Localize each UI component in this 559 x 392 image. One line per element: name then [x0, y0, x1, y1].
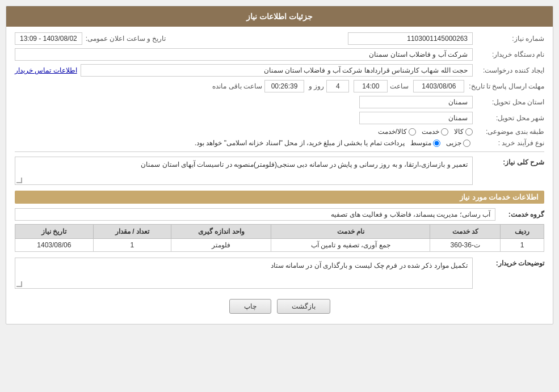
province-label: استان محل تحویل: — [476, 98, 544, 106]
group-service-value: آب رسانی؛ مدیریت پسماند، فاضلاب و فعالیت… — [15, 208, 495, 221]
buyer-value: شرکت آب و فاضلاب استان سمنان — [15, 48, 473, 61]
col-date: تاریخ نیاز — [15, 225, 94, 239]
services-section-title: اطلاعات خدمات مورد نیاز — [15, 191, 544, 204]
creator-contact-link[interactable]: اطلاعات تماس خریدار — [15, 66, 77, 74]
category-kala-khedmat-item: کالا/خدمت — [378, 128, 416, 136]
category-khedmat-label: خدمت — [422, 128, 439, 136]
city-value: سمنان — [359, 112, 473, 124]
col-quantity: تعداد / مقدار — [93, 225, 171, 239]
proc-mottavaset-item: متوسط — [410, 139, 440, 147]
announce-date-value: 1403/08/02 - 13:09 — [15, 32, 82, 45]
col-service-code: کد خدمت — [430, 225, 501, 239]
category-kala-khedmat-radio[interactable] — [409, 128, 416, 136]
buyer-label: نام دستگاه خریدار: — [476, 50, 544, 58]
proc-jozyi-label: جزیی — [446, 139, 461, 147]
category-kala-label: کالا — [454, 128, 464, 136]
need-number-value: 1103001145000263 — [348, 32, 473, 45]
proc-mottavaset-radio[interactable] — [433, 140, 440, 147]
creator-label: ایجاد کننده درخواست: — [476, 66, 544, 74]
proc-note-text: پرداخت تمام یا بخشی از مبلغ خرید، از محل… — [195, 139, 405, 147]
category-kala-radio[interactable] — [465, 128, 473, 136]
col-service-name: نام خدمت — [271, 225, 430, 239]
divider-1 — [15, 151, 544, 152]
cell-date: 1403/08/06 — [15, 239, 94, 252]
cell-service_name: جمع آوری، تصفیه و تامین آب — [271, 239, 430, 252]
send-remain-label: ساعت باقی مانده — [212, 82, 262, 90]
category-kala-khedmat-label: کالا/خدمت — [378, 128, 407, 136]
cell-row_num: 1 — [501, 239, 544, 252]
send-date-label: مهلت ارسال پاسخ تا تاریخ: — [469, 82, 544, 90]
page-title: جزئیات اطلاعات نیاز — [6, 6, 553, 27]
service-table: ردیف کد خدمت نام خدمت واحد اندازه گیری ت… — [15, 224, 544, 252]
cell-quantity: 1 — [93, 239, 171, 252]
send-remain-value: 00:26:39 — [264, 80, 304, 92]
proc-jozyi-radio[interactable] — [463, 140, 470, 147]
table-row: 1ت-36-360جمع آوری، تصفیه و تامین آبفلومت… — [15, 239, 544, 252]
send-time-value: 14:00 — [354, 80, 388, 92]
send-date-value: 1403/08/06 — [413, 80, 464, 92]
announce-date-label: تاریخ و ساعت اعلان عمومی: — [86, 35, 166, 43]
col-unit: واحد اندازه گیری — [171, 225, 271, 239]
print-button[interactable]: چاپ — [229, 299, 271, 314]
group-service-label: گروه خدمت: — [499, 210, 544, 218]
buttons-row: بازگشت چاپ — [15, 292, 544, 318]
proc-mottavaset-label: متوسط — [410, 139, 431, 147]
need-number-label: شماره نیاز: — [476, 35, 544, 43]
proc-type-label: نوع فرآیند خرید : — [476, 139, 544, 147]
city-label: شهر محل تحویل: — [476, 114, 544, 122]
buyer-desc-text: تکمیل موارد ذکر شده در فرم چک لیست و بار… — [271, 262, 468, 269]
category-khedmat-radio[interactable] — [441, 128, 448, 136]
category-label: طبقه بندی موضوعی: — [476, 128, 544, 136]
send-days-label: روز و — [309, 82, 324, 90]
send-days-value: 4 — [326, 80, 349, 92]
province-value: سمنان — [359, 96, 473, 108]
buyer-desc-label: توضیحات خریدار: — [476, 258, 544, 267]
cell-unit: فلومتر — [171, 239, 271, 252]
cell-service_code: ت-36-360 — [430, 239, 501, 252]
category-khedmat-item: خدمت — [422, 128, 448, 136]
description-text: تعمیر و بازسازی،ارتقا، و به روز رسانی و … — [141, 161, 468, 168]
description-section-label: شرح کلی نیاز: — [476, 157, 544, 166]
proc-jozyi-item: جزیی — [446, 139, 470, 147]
creator-value: حجت الله شهاب کارشناس قراردادها شرکت آب … — [81, 64, 473, 77]
send-time-label: ساعت — [390, 82, 409, 90]
col-row-num: ردیف — [501, 225, 544, 239]
back-button[interactable]: بازگشت — [277, 299, 330, 314]
category-kala-item: کالا — [454, 128, 473, 136]
